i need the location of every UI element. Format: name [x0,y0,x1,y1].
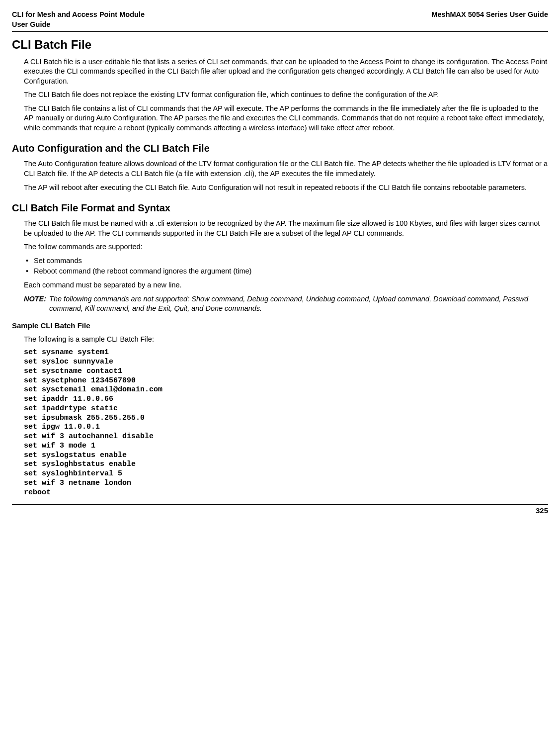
paragraph: The CLI Batch file must be named with a … [24,219,548,238]
header-left-line2: User Guide [12,20,50,28]
note-block: NOTE: The following commands are not sup… [24,294,548,314]
section-heading-auto-config: Auto Configuration and the CLI Batch Fil… [12,142,548,155]
header-left-line1: CLI for Mesh and Access Point Module [12,10,145,18]
header-rule [12,31,548,32]
subheading-sample-file: Sample CLI Batch File [12,321,548,331]
paragraph: The AP will reboot after executing the C… [24,183,548,193]
paragraph: The following is a sample CLI Batch File… [24,335,548,345]
code-sample: set sysname system1 set sysloc sunnyvale… [24,348,548,497]
supported-commands-list: Set commands Reboot command (the reboot … [24,256,548,276]
header-right: MeshMAX 5054 Series User Guide [431,10,548,29]
section-auto-config: The Auto Configuration feature allows do… [24,159,548,192]
page-header: CLI for Mesh and Access Point Module Use… [12,10,548,29]
note-text: The following commands are not supported… [49,294,548,314]
section-heading-format-syntax: CLI Batch File Format and Syntax [12,201,548,215]
paragraph: Each command must be separated by a new … [24,280,548,290]
paragraph: The CLI Batch file does not replace the … [24,90,548,100]
paragraph: The follow commands are supported: [24,242,548,252]
footer-rule [12,504,548,505]
section-intro: A CLI Batch file is a user-editable file… [24,57,548,133]
paragraph: The CLI Batch file contains a list of CL… [24,104,548,133]
page-number: 325 [12,506,548,516]
header-left: CLI for Mesh and Access Point Module Use… [12,10,145,29]
note-label: NOTE: [24,294,49,314]
list-item: Set commands [24,256,548,266]
page-title: CLI Batch File [12,37,548,53]
section-format-syntax: The CLI Batch file must be named with a … [24,219,548,314]
paragraph: The Auto Configuration feature allows do… [24,159,548,179]
paragraph: A CLI Batch file is a user-editable file… [24,57,548,87]
list-item: Reboot command (the reboot command ignor… [24,267,548,276]
section-sample-file: The following is a sample CLI Batch File… [24,335,548,498]
